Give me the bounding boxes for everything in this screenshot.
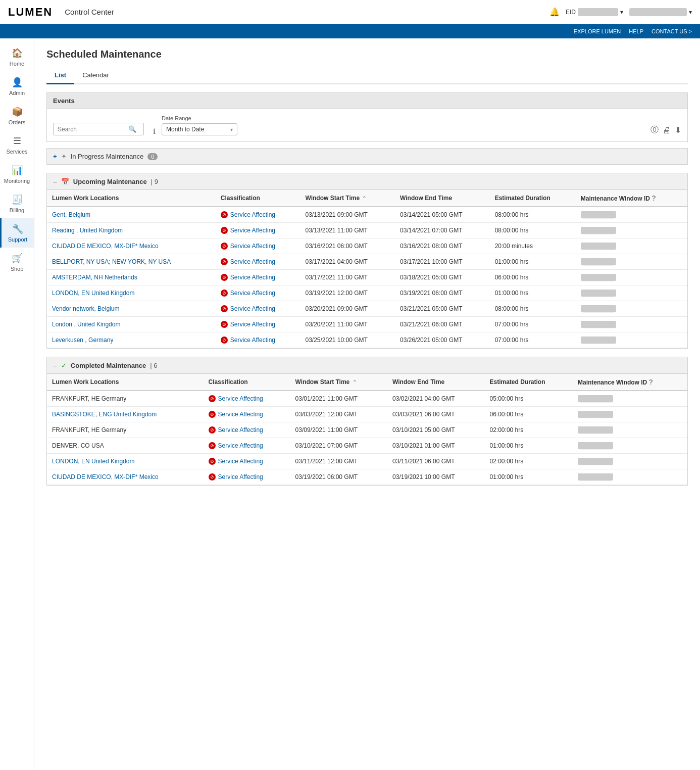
upcoming-row-1: Reading , United Kingdom ⊘ Service Affec…: [47, 223, 687, 238]
eid-badge[interactable]: EID ████████ ▾: [566, 8, 623, 16]
completed-row-3: DENVER, CO USA ⊘ Service Affecting 03/10…: [47, 438, 687, 454]
service-affecting-icon-3: ⊘: [221, 258, 228, 265]
completed-location-0[interactable]: FRANKFURT, HE Germany: [47, 391, 204, 407]
upcoming-duration-3: 01:00:00 hrs: [490, 254, 576, 270]
filter-bar: 🔍 ℹ Date Range Month to Date ▾ ⓪ 🖨 ⬇: [46, 109, 688, 142]
logo: LUMEN: [8, 6, 53, 19]
admin-icon: 👤: [12, 77, 23, 88]
print-icon[interactable]: 🖨: [663, 126, 671, 135]
completed-duration-2: 02:00:00 hrs: [485, 422, 573, 438]
completed-classification-2[interactable]: ⊘ Service Affecting: [204, 422, 290, 438]
upcoming-end-6: 03/21/2021 05:00 GMT: [395, 301, 490, 317]
completed-location-4[interactable]: LONDON, EN United Kingdom: [47, 454, 204, 469]
completed-duration-5: 01:00:00 hrs: [485, 469, 573, 485]
search-info-icon[interactable]: ℹ: [153, 127, 156, 135]
date-range-label: Date Range: [162, 115, 237, 121]
upcoming-location-5[interactable]: LONDON, EN United Kingdom: [47, 285, 216, 301]
eid-chevron[interactable]: ▾: [620, 9, 623, 16]
download-icon[interactable]: ⬇: [675, 125, 681, 135]
completed-location-5[interactable]: CIUDAD DE MEXICO, MX-DIF* Mexico: [47, 469, 204, 485]
in-progress-bar[interactable]: + ✦ In Progress Maintenance 0: [46, 148, 688, 165]
completed-classification-0[interactable]: ⊘ Service Affecting: [204, 391, 290, 407]
sidebar-item-shop[interactable]: 🛒 Shop: [0, 248, 34, 277]
sidebar-item-orders[interactable]: 📦 Orders: [0, 101, 34, 130]
upcoming-classification-8[interactable]: ⊘ Service Affecting: [216, 332, 301, 348]
completed-location-1[interactable]: BASINGSTOKE, ENG United Kingdom: [47, 407, 204, 422]
service-affecting-icon-2: ⊘: [221, 243, 228, 250]
upcoming-end-1: 03/14/2021 07:00 GMT: [395, 223, 490, 238]
search-wrap[interactable]: 🔍: [53, 123, 144, 135]
upcoming-section-header[interactable]: – 📅 Upcoming Maintenance | 9: [47, 173, 687, 190]
upcoming-location-6[interactable]: Vendor network, Belgium: [47, 301, 216, 317]
help-circle-icon[interactable]: ⓪: [651, 125, 659, 135]
completed-classification-3[interactable]: ⊘ Service Affecting: [204, 438, 290, 454]
comp-service-affecting-icon-4: ⊘: [209, 458, 216, 465]
help-link[interactable]: HELP: [629, 28, 643, 34]
col-start-time[interactable]: Window Start Time ⌃: [300, 190, 395, 207]
sidebar-item-admin[interactable]: 👤 Admin: [0, 72, 34, 101]
upcoming-classification-4[interactable]: ⊘ Service Affecting: [216, 270, 301, 285]
upcoming-location-2[interactable]: CIUDAD DE MEXICO, MX-DIF* Mexico: [47, 238, 216, 254]
upcoming-classification-7[interactable]: ⊘ Service Affecting: [216, 317, 301, 332]
completed-start-2: 03/09/2021 11:00 GMT: [290, 422, 387, 438]
date-range-select[interactable]: Month to Date ▾: [162, 123, 237, 135]
events-section-header: Events: [46, 92, 688, 109]
upcoming-location-0[interactable]: Gent, Belgium: [47, 207, 216, 223]
sidebar-item-home[interactable]: 🏠 Home: [0, 42, 34, 72]
service-affecting-icon-1: ⊘: [221, 227, 228, 234]
col-mw-id: Maintenance Window ID ?: [576, 190, 687, 207]
upcoming-end-3: 03/17/2021 10:00 GMT: [395, 254, 490, 270]
date-range-value: Month to Date: [166, 126, 204, 133]
sidebar-item-support[interactable]: 🔧 Support: [0, 218, 34, 248]
in-progress-label: In Progress Maintenance: [71, 153, 144, 160]
col-duration: Estimated Duration: [490, 190, 576, 207]
upcoming-classification-5[interactable]: ⊘ Service Affecting: [216, 285, 301, 301]
upcoming-location-1[interactable]: Reading , United Kingdom: [47, 223, 216, 238]
search-input[interactable]: [58, 126, 128, 133]
tab-list[interactable]: List: [46, 68, 74, 84]
completed-collapse-icon: –: [53, 361, 57, 369]
upcoming-location-7[interactable]: London , United Kingdom: [47, 317, 216, 332]
upcoming-classification-0[interactable]: ⊘ Service Affecting: [216, 207, 301, 223]
upcoming-id-2: ████████: [576, 238, 687, 254]
tab-calendar[interactable]: Calendar: [74, 68, 117, 84]
col-location-c: Lumen Work Locations: [47, 374, 204, 391]
completed-section-header[interactable]: – ✓ Completed Maintenance | 6: [47, 357, 687, 374]
user-badge[interactable]: ████████████ ▾: [629, 8, 692, 16]
home-icon: 🏠: [12, 47, 23, 59]
upcoming-classification-2[interactable]: ⊘ Service Affecting: [216, 238, 301, 254]
app-title: Control Center: [65, 8, 549, 16]
sidebar-item-monitoring[interactable]: 📊 Monitoring: [0, 160, 34, 189]
upcoming-location-4[interactable]: AMSTERDAM, NH Netherlands: [47, 270, 216, 285]
sidebar-label-home: Home: [10, 61, 24, 67]
upcoming-classification-3[interactable]: ⊘ Service Affecting: [216, 254, 301, 270]
sidebar-item-billing[interactable]: 🧾 Billing: [0, 189, 34, 218]
upcoming-start-8: 03/25/2021 10:00 GMT: [300, 332, 395, 348]
completed-end-2: 03/10/2021 05:00 GMT: [387, 422, 484, 438]
bell-icon[interactable]: 🔔: [549, 7, 560, 17]
user-chevron[interactable]: ▾: [689, 9, 692, 16]
completed-location-3[interactable]: DENVER, CO USA: [47, 438, 204, 454]
upcoming-location-3[interactable]: BELLPORT, NY USA; NEW YORK, NY USA: [47, 254, 216, 270]
upcoming-classification-6[interactable]: ⊘ Service Affecting: [216, 301, 301, 317]
upcoming-location-8[interactable]: Leverkusen , Germany: [47, 332, 216, 348]
completed-section: – ✓ Completed Maintenance | 6 Lumen Work…: [46, 357, 688, 486]
upcoming-end-7: 03/21/2021 06:00 GMT: [395, 317, 490, 332]
comp-service-affecting-icon-1: ⊘: [209, 411, 216, 418]
upcoming-row-0: Gent, Belgium ⊘ Service Affecting 03/13/…: [47, 207, 687, 223]
search-icon[interactable]: 🔍: [128, 125, 136, 133]
billing-icon: 🧾: [12, 194, 23, 205]
completed-location-2[interactable]: FRANKFURT, HE Germany: [47, 422, 204, 438]
explore-lumen-link[interactable]: EXPLORE LUMEN: [574, 28, 621, 34]
comp-service-affecting-icon-3: ⊘: [209, 442, 216, 449]
sidebar-item-services[interactable]: ☰ Services: [0, 130, 34, 160]
completed-classification-5[interactable]: ⊘ Service Affecting: [204, 469, 290, 485]
completed-classification-4[interactable]: ⊘ Service Affecting: [204, 454, 290, 469]
upcoming-id-0: ████████: [576, 207, 687, 223]
col-start-time-c[interactable]: Window Start Time ⌃: [290, 374, 387, 391]
upcoming-row-7: London , United Kingdom ⊘ Service Affect…: [47, 317, 687, 332]
contact-us-link[interactable]: CONTACT US >: [652, 28, 692, 34]
upcoming-end-8: 03/26/2021 05:00 GMT: [395, 332, 490, 348]
completed-classification-1[interactable]: ⊘ Service Affecting: [204, 407, 290, 422]
upcoming-classification-1[interactable]: ⊘ Service Affecting: [216, 223, 301, 238]
